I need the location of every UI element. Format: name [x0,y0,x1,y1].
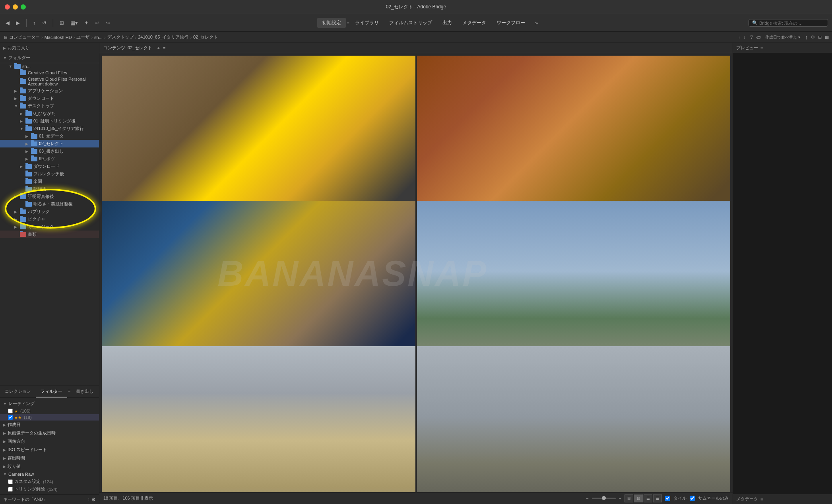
breadcrumb-user[interactable]: ユーザ [76,34,89,40]
view-mode-button[interactable]: ▦▾ [69,19,80,27]
rec-expand-icon [20,187,25,191]
desktop-label: デスクトップ [28,103,96,109]
breadcrumb-sh[interactable]: sh... [94,35,103,40]
forward-button[interactable]: ▶ [14,19,21,27]
nav-more[interactable]: » [531,19,543,27]
orientation-group-header[interactable]: ▶ 画像方向 [0,437,99,446]
keyword-add-icon[interactable]: ↑ [87,497,90,502]
thumbnail-only-checkbox[interactable] [690,496,695,501]
sort-up-icon[interactable]: ↑ [805,34,808,41]
undo-button[interactable]: ↩ [93,19,101,27]
raw-date-group-header[interactable]: ▶ 原画像データの生成日時 [0,429,99,437]
search-box[interactable]: 🔍 [749,19,828,27]
metadata-menu-icon[interactable]: ≡ [760,497,763,502]
nav-filmstrip[interactable]: フィルムストリップ [384,18,437,28]
tree-item-shomei-photo[interactable]: ▶ 証明写真修後 [0,193,99,200]
tree-item-dl2[interactable]: ▶ ダウンロード [0,163,99,170]
tree-item-botu[interactable]: ▶ 99_ボツ [0,155,99,163]
tab-collection[interactable]: コレクション [0,386,36,397]
refresh-button[interactable]: ↺ [41,19,48,27]
aperture-group-header[interactable]: ▶ 絞り値 [0,462,99,471]
content-add-btn[interactable]: + [155,45,161,51]
tree-item-documents[interactable]: 書類 [0,231,99,238]
nav-workflow[interactable]: ワークフロー [492,18,530,28]
camera-icon[interactable]: ⊞ [58,19,66,27]
tree-item-public[interactable]: ▶ パブリック [0,208,99,215]
tree-item-select[interactable]: ▶ 02_セレクト [0,140,99,147]
exposure-group-header[interactable]: ▶ 露出時間 [0,454,99,462]
breadcrumb-computer[interactable]: コンピューター [9,34,40,40]
rating-1star-checkbox[interactable] [8,409,13,413]
tree-item-picture[interactable]: ▶ ピクチャ [0,215,99,223]
tree-item-italy[interactable]: ▼ 241010_85_イタリア旅行 [0,125,99,132]
photo-thumb-5[interactable] [102,346,415,492]
label-icon[interactable]: 🏷 [756,35,760,40]
list-view-btn[interactable]: ☰ [644,494,652,502]
zoom-handle[interactable] [602,496,606,500]
tree-item-music[interactable]: ▶ ミュージック [0,223,99,231]
view-options-icon[interactable]: ⚙ [811,35,815,40]
go-up-button[interactable]: ↑ [31,19,37,27]
filter-icon[interactable]: ⊽ [750,35,753,39]
rating-group-header[interactable]: ▼ レーティング [0,399,99,408]
trim-reset-checkbox[interactable] [8,487,13,492]
maximize-button[interactable] [21,4,26,10]
camera-raw-group-header[interactable]: ▼ Camera Raw [0,471,99,478]
tile-checkbox[interactable] [665,496,670,501]
close-button[interactable] [5,4,10,10]
detail-view-btn[interactable]: ≣ [653,494,662,502]
tree-item-full-retouch[interactable]: フルレタッチ後 [0,170,99,178]
tree-item-motodata[interactable]: ▶ 01_元データ [0,132,99,140]
folders-header[interactable]: ▼ フォルダー [0,53,99,63]
tree-item-records[interactable]: 記録用 [0,185,99,193]
nav-output[interactable]: 出力 [438,18,457,28]
keyword-settings-icon[interactable]: ⚙ [91,497,96,502]
tab-filter[interactable]: フィルター [36,386,67,397]
tree-item-sh[interactable]: ▼ sh... [0,63,99,70]
breadcrumb: 🖥 コンピューター › Macintosh HD › ユーザ › sh... ›… [0,32,832,43]
rating-2star-checkbox[interactable] [8,415,13,420]
tree-item-creative-cloud[interactable]: Creative Cloud Files [0,70,99,76]
nav-essentials[interactable]: 初期設定 [317,18,346,28]
filter-menu-icon[interactable]: ≡ [67,386,71,397]
grid-view-icon[interactable]: ▦ [825,35,829,40]
favorites-header[interactable]: ▶ お気に入り [0,43,99,53]
date-group-header[interactable]: ▶ 作成日 [0,421,99,429]
redo-button[interactable]: ↪ [104,19,112,27]
tree-item-kakidashi[interactable]: ▶ 03_書き出し [0,147,99,155]
sort-order-icon[interactable]: ↓ [743,35,745,39]
tab-export[interactable]: 書き出し [71,386,98,397]
minimize-button[interactable] [13,4,18,10]
grid-view-btn[interactable]: ⊞ [624,494,633,502]
content-menu-btn[interactable]: ≡ [161,45,167,51]
photo-thumb-6[interactable] [417,346,731,492]
breadcrumb-desktop[interactable]: デスクトップ [107,34,134,40]
search-input[interactable] [759,21,823,25]
tree-item-shomei[interactable]: ▶ 01_証明トリミング後 [0,117,99,125]
back-button[interactable]: ◀ [4,19,11,27]
tree-item-apps[interactable]: ▶ アプリケーション [0,87,99,95]
tree-item-music-room[interactable]: 楽園 [0,178,99,185]
tree-item-desktop[interactable]: ▼ デスクトップ [0,102,99,110]
zoom-slider[interactable] [592,498,616,499]
zoom-in-btn[interactable]: + [619,496,621,501]
tree-item-downloads[interactable]: ▶ ダウンロード [0,95,99,102]
breadcrumb-macintosh[interactable]: Macintosh HD [45,35,72,40]
nav-library[interactable]: ライブラリ [350,18,384,28]
tree-item-brightness[interactable]: 明るさ・美肌修整後 [0,200,99,208]
zoom-out-btn[interactable]: − [586,496,588,501]
thumbnail-size-icon[interactable]: ⊞ [818,35,822,40]
tree-item-hiragata[interactable]: ▶ 0_ひながた [0,110,99,117]
breadcrumb-italy[interactable]: 241010_85_イタリア旅行 [138,34,188,40]
sel-label: 02_セレクト [39,141,96,147]
nav-metadata[interactable]: メタデータ [458,18,491,28]
thumbnail-view-btn[interactable]: ⊟ [634,494,643,502]
preview-menu-icon[interactable]: ≡ [760,46,763,50]
tree-item-cc-personal[interactable]: Creative Cloud Files Personal Account do… [0,76,99,87]
custom-settings-checkbox[interactable] [8,479,13,484]
breadcrumb-select[interactable]: 02_セレクト [193,34,218,40]
star-filter-icon[interactable]: ✦ [83,19,90,27]
metadata-label: メタデータ [736,496,758,502]
sort-asc-icon[interactable]: ↑ [738,35,741,40]
iso-group-header[interactable]: ▶ ISO スピードレート [0,446,99,454]
